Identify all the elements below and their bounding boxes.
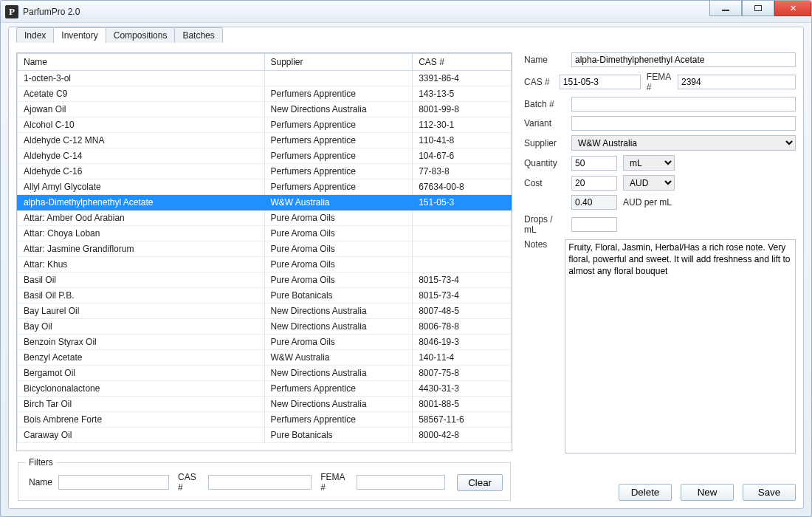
cell-cas: 8015-73-4 (413, 273, 512, 288)
detail-unitprice-output (571, 195, 617, 210)
cell-name: Bicyclononalactone (18, 381, 265, 397)
table-row[interactable]: Attar: Amber Ood ArabianPure Aroma Oils (18, 210, 512, 226)
table-row[interactable]: Attar: KhusPure Aroma Oils (18, 257, 512, 273)
detail-cas-input[interactable] (560, 75, 641, 89)
cell-cas: 8001-99-8 (413, 102, 512, 117)
cell-cas: 3391-86-4 (413, 71, 512, 86)
table-row[interactable]: Attar: Choya LobanPure Aroma Oils (18, 226, 512, 242)
cell-supplier: Pure Botanicals (264, 288, 413, 304)
table-row[interactable]: Attar: Jasmine GrandiflorumPure Aroma Oi… (18, 242, 512, 257)
detail-quantity-label: Quantity (524, 158, 565, 168)
table-row[interactable]: 1-octen-3-ol3391-86-4 (18, 71, 512, 86)
detail-supplier-label: Supplier (524, 138, 565, 148)
cell-cas (413, 257, 512, 273)
detail-cost-input[interactable] (571, 176, 617, 191)
filter-fema-input[interactable] (357, 475, 445, 490)
close-button[interactable] (774, 1, 811, 16)
save-button[interactable]: Save (743, 484, 796, 501)
cell-supplier: New Directions Australia (264, 319, 413, 335)
cell-name: Bay Laurel Oil (18, 304, 265, 319)
table-row[interactable]: Bay Laurel OilNew Directions Australia80… (18, 304, 512, 319)
cell-supplier: W&W Australia (264, 195, 413, 210)
detail-quantity-unit-select[interactable]: mL (623, 155, 675, 171)
cell-name: Attar: Amber Ood Arabian (18, 210, 265, 226)
cell-name: Benzyl Acetate (18, 350, 265, 366)
cell-supplier: Perfumers Apprentice (264, 179, 413, 195)
detail-fema-input[interactable] (678, 75, 796, 89)
cell-cas: 8000-42-8 (413, 428, 512, 443)
tab-inventory[interactable]: Inventory (53, 27, 106, 43)
table-row[interactable]: Bois Ambrene FortePerfumers Apprentice58… (18, 412, 512, 428)
cell-cas: 8015-73-4 (413, 288, 512, 304)
cell-cas: 104-67-6 (413, 148, 512, 164)
cell-name: Attar: Jasmine Grandiflorum (18, 242, 265, 257)
tab-batches[interactable]: Batches (174, 27, 222, 43)
cell-supplier: Pure Aroma Oils (264, 273, 413, 288)
cell-name: Birch Tar Oil (18, 397, 265, 412)
cell-name: Caraway Oil (18, 428, 265, 443)
detail-notes-textarea[interactable]: Fruity, Floral, Jasmin, Herbal/Has a ric… (565, 239, 796, 453)
detail-supplier-select[interactable]: W&W Australia (571, 135, 796, 151)
detail-drops-input[interactable] (571, 217, 617, 232)
detail-batch-input[interactable] (571, 97, 796, 112)
detail-cost-label: Cost (524, 178, 565, 188)
cell-name: Acetate C9 (18, 86, 265, 102)
table-row[interactable]: Alcohol C-10Perfumers Apprentice112-30-1 (18, 117, 512, 133)
table-row[interactable]: Caraway OilPure Botanicals8000-42-8 (18, 428, 512, 443)
tab-compositions[interactable]: Compositions (106, 27, 176, 43)
cell-supplier: Pure Aroma Oils (264, 210, 413, 226)
column-header[interactable]: Supplier (264, 54, 413, 71)
table-row[interactable]: Basil Oil P.B.Pure Botanicals8015-73-4 (18, 288, 512, 304)
tab-index[interactable]: Index (16, 27, 54, 43)
cell-supplier: Perfumers Apprentice (264, 412, 413, 428)
table-row[interactable]: Bergamot OilNew Directions Australia8007… (18, 366, 512, 381)
detail-drops-label: Drops / mL (524, 214, 565, 235)
detail-quantity-input[interactable] (571, 156, 617, 171)
filter-name-input[interactable] (58, 475, 169, 490)
cell-cas: 8007-75-8 (413, 366, 512, 381)
app-window: P ParfumPro 2.0 IndexInventoryCompositio… (0, 0, 812, 517)
filter-clear-button[interactable]: Clear (457, 474, 503, 491)
table-row[interactable]: Benzyl AcetateW&W Australia140-11-4 (18, 350, 512, 366)
cell-name: Bergamot Oil (18, 366, 265, 381)
detail-variant-label: Variant (524, 118, 565, 129)
detail-name-label: Name (524, 55, 565, 65)
detail-batch-label: Batch # (524, 99, 565, 109)
detail-name-input[interactable] (571, 52, 796, 67)
cell-cas: 8007-48-5 (413, 304, 512, 319)
cell-supplier: Perfumers Apprentice (264, 117, 413, 133)
column-header[interactable]: Name (18, 54, 265, 71)
cell-cas: 110-41-8 (413, 133, 512, 148)
table-row[interactable]: BicyclononalactonePerfumers Apprentice44… (18, 381, 512, 397)
table-row[interactable]: Bay OilNew Directions Australia8006-78-8 (18, 319, 512, 335)
table-row[interactable]: Birch Tar OilNew Directions Australia800… (18, 397, 512, 412)
table-row[interactable]: Ajowan OilNew Directions Australia8001-9… (18, 102, 512, 117)
table-row[interactable]: Aldehyde C-12 MNAPerfumers Apprentice110… (18, 133, 512, 148)
minimize-button[interactable] (709, 1, 742, 16)
cell-supplier: Pure Aroma Oils (264, 257, 413, 273)
table-row[interactable]: alpha-Dimethylphenethyl AcetateW&W Austr… (18, 195, 512, 210)
cell-cas (413, 210, 512, 226)
new-button[interactable]: New (681, 484, 734, 501)
cell-cas: 112-30-1 (413, 117, 512, 133)
table-row[interactable]: Aldehyde C-16Perfumers Apprentice77-83-8 (18, 164, 512, 179)
cell-supplier: New Directions Australia (264, 102, 413, 117)
maximize-button[interactable] (742, 1, 774, 16)
detail-variant-input[interactable] (571, 116, 796, 131)
cell-name: Attar: Khus (18, 257, 265, 273)
table-row[interactable]: Acetate C9Perfumers Apprentice143-13-5 (18, 86, 512, 102)
table-row[interactable]: Basil OilPure Aroma Oils8015-73-4 (18, 273, 512, 288)
inventory-scroll[interactable]: NameSupplierCAS # 1-octen-3-ol3391-86-4A… (17, 53, 512, 451)
client-area: IndexInventoryCompositionsBatches NameSu… (8, 27, 804, 509)
cell-cas: 67634-00-8 (413, 179, 512, 195)
cell-name: Aldehyde C-14 (18, 148, 265, 164)
table-row[interactable]: Benzoin Styrax OilPure Aroma Oils8046-19… (18, 335, 512, 350)
cell-cas: 8006-78-8 (413, 319, 512, 335)
column-header[interactable]: CAS # (413, 54, 512, 71)
table-row[interactable]: Allyl Amyl GlycolatePerfumers Apprentice… (18, 179, 512, 195)
cell-supplier (264, 71, 413, 86)
filter-cas-input[interactable] (208, 475, 312, 490)
delete-button[interactable]: Delete (619, 484, 672, 501)
detail-currency-select[interactable]: AUD (623, 175, 675, 191)
table-row[interactable]: Aldehyde C-14Perfumers Apprentice104-67-… (18, 148, 512, 164)
